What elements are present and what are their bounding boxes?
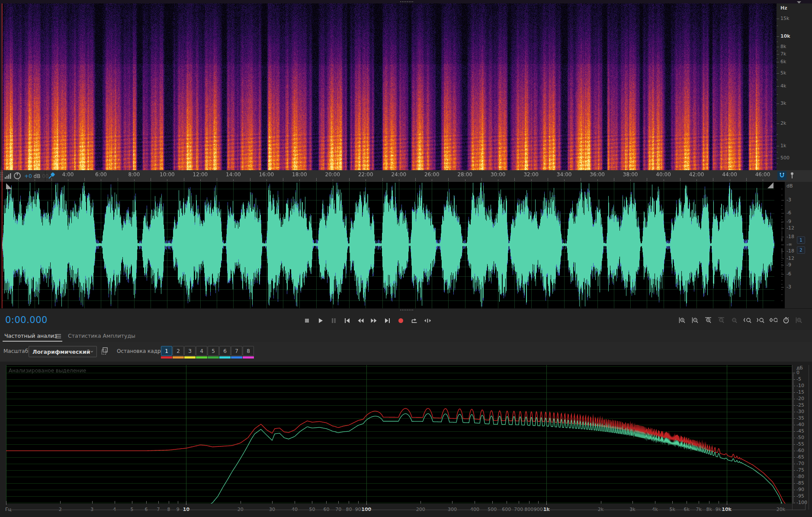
waveform-db-ruler[interactable]: dB -3-6-9-12-18-∞-18-12-9-6-3: [785, 182, 812, 308]
chart-freq-label: 10: [183, 507, 189, 512]
zoom-out-full-button[interactable]: [730, 317, 738, 324]
timeline-label: 24:00: [391, 171, 406, 178]
loop-playback-button[interactable]: [410, 317, 418, 324]
tab-amplitude-statistics[interactable]: Статистика Амплитуды: [68, 333, 135, 339]
frame-hold-button-3[interactable]: 3: [184, 346, 196, 356]
panel-menu-icon[interactable]: [55, 334, 61, 339]
chart-db-label: -80: [796, 474, 804, 479]
frame-hold-button-4[interactable]: 4: [196, 346, 207, 356]
scale-label: Масштаб:: [3, 348, 30, 354]
chart-freq-label: 6k: [684, 507, 690, 512]
zoom-out-vertical-button[interactable]: [691, 317, 700, 324]
timeline-label: 46:00: [755, 171, 770, 178]
frame-hold-color-bar: [243, 356, 254, 359]
copy-graph-icon[interactable]: [101, 347, 109, 355]
record-button[interactable]: [397, 317, 404, 324]
chart-freq-label: 100: [361, 507, 371, 512]
skip-to-start-button[interactable]: [343, 317, 351, 324]
play-button[interactable]: [316, 317, 324, 324]
pin-button[interactable]: [47, 171, 56, 180]
chart-freq-label: 9k: [716, 507, 721, 512]
analysis-controls-row: Масштаб: Логарифмический Остановка кадра…: [0, 342, 812, 362]
spectrogram-canvas[interactable]: [2, 3, 777, 170]
freq-ruler-label: 5k: [780, 70, 786, 76]
chart-freq-label: 1k: [543, 507, 550, 512]
zoom-to-in-point-icon: [743, 317, 751, 324]
timeline-label: 6:00: [95, 171, 107, 178]
timeline-label: 22:00: [358, 171, 373, 178]
timeline-label: 20:00: [325, 171, 340, 178]
chart-db-label: -95: [796, 493, 804, 499]
timeline-label: 8:00: [128, 171, 140, 178]
fast-forward-icon: [370, 317, 378, 324]
snap-magnet-button[interactable]: [777, 171, 786, 180]
chart-freq-label: 3: [90, 507, 93, 512]
frame-hold-button-8[interactable]: 8: [243, 346, 254, 356]
frame-hold-color-bar: [196, 356, 207, 359]
timeline-label: 28:00: [457, 171, 472, 178]
zoom-in-horizontal-icon: [704, 317, 713, 324]
chart-db-label: -50: [796, 435, 804, 440]
freq-ruler-label: 3k: [780, 100, 786, 106]
zoom-out-horizontal-icon: [717, 317, 725, 324]
pause-button[interactable]: [330, 317, 337, 324]
chart-db-label: -60: [796, 448, 804, 453]
frame-hold-button-7[interactable]: 7: [231, 346, 242, 356]
rewind-button[interactable]: [356, 317, 364, 324]
zoom-to-selection-button[interactable]: [769, 317, 777, 324]
frame-hold-color-bar: [231, 356, 242, 359]
zoom-to-in-point-button[interactable]: [743, 317, 751, 324]
frame-hold-color-bar: [184, 356, 196, 359]
skip-to-end-button[interactable]: [383, 317, 391, 324]
channel-2-badge[interactable]: 2: [797, 246, 805, 254]
scrub-button[interactable]: [424, 317, 431, 324]
chart-freq-label: 40: [292, 507, 298, 512]
stop-button[interactable]: [303, 317, 311, 324]
fast-forward-button[interactable]: [370, 317, 378, 324]
chart-freq-label: 900: [534, 507, 543, 512]
scale-dropdown[interactable]: Логарифмический: [29, 346, 97, 357]
channel-1-badge[interactable]: 1: [797, 236, 805, 244]
db-ruler-label: -3: [786, 284, 791, 290]
chart-freq-unit: Гц: [5, 507, 11, 512]
timeline-label: 44:00: [722, 171, 737, 178]
gain-unit: dB: [34, 173, 41, 179]
zoom-in-horizontal-button[interactable]: [704, 317, 713, 324]
frame-hold-button-6[interactable]: 6: [219, 346, 231, 356]
chart-db-label: 0: [796, 370, 799, 375]
level-meter-icon[interactable]: [4, 172, 11, 180]
frame-hold-button-5[interactable]: 5: [208, 346, 219, 356]
zoom-out-horizontal-button[interactable]: [717, 317, 725, 324]
frame-hold-button-2[interactable]: 2: [173, 346, 184, 356]
chart-db-label: -5: [796, 376, 801, 382]
zoom-out-vertical-icon: [691, 317, 700, 324]
zoom-to-out-point-button[interactable]: [756, 317, 764, 324]
chart-freq-label: 90: [355, 507, 361, 512]
timeline-label: 10:00: [160, 171, 175, 178]
db-ruler-label: -6: [786, 210, 791, 216]
chart-freq-label: 800: [524, 507, 533, 512]
chart-db-label: -25: [796, 402, 804, 408]
zoom-full-vertical-icon: [795, 317, 803, 324]
zoom-full-vertical-button[interactable]: [795, 317, 803, 324]
spectrogram-freq-ruler[interactable]: Hz 15k10k8k7k6k5k4k3k2k1k500: [777, 3, 812, 170]
pause-icon: [330, 317, 337, 324]
zoom-in-vertical-button[interactable]: [678, 317, 687, 324]
chart-freq-label: 600: [502, 507, 511, 512]
frame-hold-button-1[interactable]: 1: [161, 346, 172, 356]
reset-zoom-timer-button[interactable]: [782, 317, 790, 324]
waveform-canvas[interactable]: [2, 182, 785, 308]
freq-ruler-label: 500: [780, 155, 790, 161]
chart-freq-label: 400: [470, 507, 479, 512]
db-ruler-label: -12: [786, 255, 794, 261]
tab-frequency-analysis[interactable]: Частотный анализ: [4, 333, 57, 339]
chart-db-label: -40: [796, 422, 804, 427]
volume-knob-icon[interactable]: [13, 172, 21, 180]
marker-pin-icon[interactable]: [789, 171, 796, 180]
freq-ruler-label: 7k: [780, 51, 786, 57]
chart-freq-label: 4k: [652, 507, 658, 512]
chart-db-label: -65: [796, 454, 804, 460]
playhead-time-display[interactable]: 0:00.000: [5, 315, 48, 325]
timeline-label: 30:00: [491, 171, 506, 178]
chart-freq-label: 3k: [629, 507, 635, 512]
